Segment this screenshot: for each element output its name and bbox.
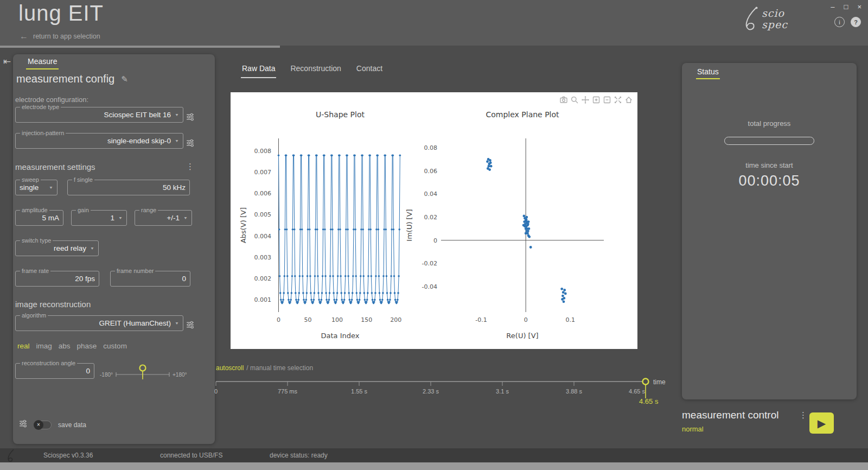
svg-text:50: 50 [304, 316, 312, 323]
view-tabs: Raw Data Reconstruction Contact [241, 64, 384, 78]
electrode-configuration-label: electrode configuration: [15, 96, 88, 104]
chevron-down-icon: ▼ [118, 216, 123, 220]
injection-settings-icon[interactable] [186, 138, 195, 150]
chevron-down-icon: ▼ [175, 139, 179, 143]
gain-dropdown[interactable]: gain 1 ▼ [71, 207, 127, 226]
tab-raw-data[interactable]: Raw Data [241, 64, 276, 78]
zoom-in-icon[interactable] [591, 95, 601, 104]
component-abs[interactable]: abs [59, 342, 71, 350]
svg-text:Complex Plane Plot: Complex Plane Plot [486, 110, 559, 119]
close-button[interactable]: × [857, 3, 861, 11]
reconstruction-angle-input[interactable]: reconstruction angle 0 [15, 360, 94, 379]
header-icons: i ? [834, 17, 861, 27]
svg-text:0.003: 0.003 [254, 254, 272, 261]
electrode-type-dropdown[interactable]: electrode type Sciospec EIT belt 16 ▼ [15, 104, 183, 123]
svg-text:0.006: 0.006 [254, 190, 272, 197]
svg-text:0: 0 [524, 316, 528, 323]
svg-text:150: 150 [361, 316, 372, 323]
measurement-control: measurement control ⋮ normal ▶ [682, 408, 857, 441]
start-measurement-button[interactable]: ▶ [809, 412, 834, 434]
info-icon[interactable]: i [834, 17, 845, 27]
horizontal-scrollbar[interactable] [0, 462, 868, 470]
app-title: lung EIT [18, 1, 104, 26]
zoom-icon[interactable] [570, 95, 579, 104]
manual-selection-option[interactable]: / manual time selection [246, 364, 313, 372]
measurement-settings-menu-icon[interactable]: ⋮ [186, 162, 194, 172]
svg-text:100: 100 [331, 316, 343, 323]
raw-data-plot-card: U-Shape Plot0.0010.0020.0030.0040.0050.0… [231, 92, 637, 349]
timeline-tick-0: 0 [214, 388, 218, 395]
timeline-handle[interactable] [643, 379, 649, 385]
save-data-label: save data [58, 421, 86, 429]
back-arrow-icon: ← [20, 31, 28, 41]
save-data-toggle[interactable]: × [34, 421, 52, 429]
reset-axes-icon[interactable] [624, 95, 633, 104]
status-bar: Sciospec v0.3.36 connected to USB/FS dev… [0, 448, 868, 462]
tab-reconstruction[interactable]: Reconstruction [289, 64, 342, 78]
component-custom[interactable]: custom [103, 342, 127, 350]
svg-text:0.002: 0.002 [254, 275, 272, 282]
plots-canvas[interactable]: U-Shape Plot0.0010.0020.0030.0040.0050.0… [231, 92, 637, 349]
svg-text:0.004: 0.004 [254, 233, 272, 240]
edit-pencil-icon[interactable]: ✎ [121, 74, 128, 84]
window-controls: – □ × [831, 3, 861, 11]
device-status: device status: ready [270, 452, 328, 459]
sweep-dropdown[interactable]: sweep single ▼ [15, 177, 58, 195]
frame-rate-input[interactable]: frame rate 20 fps [15, 268, 99, 287]
measurement-control-title: measurement control [682, 409, 778, 421]
elapsed-time-value: 00:00:05 [682, 173, 857, 189]
svg-text:-0.02: -0.02 [422, 260, 437, 267]
reconstruction-angle-slider[interactable]: -180° +180° [98, 361, 193, 384]
electrode-settings-icon[interactable] [186, 112, 195, 124]
switch-type-dropdown[interactable]: switch type reed relay ▼ [15, 238, 99, 256]
image-reconstruction-header: image reconstruction [15, 300, 194, 309]
save-data-settings-icon[interactable] [18, 419, 28, 430]
measurement-settings-header: measurement settings ⋮ [15, 162, 194, 172]
range-dropdown[interactable]: range +/-1 ▼ [135, 207, 192, 226]
help-icon[interactable]: ? [851, 17, 861, 27]
collapse-left-panel-icon[interactable]: ⇤ [3, 56, 11, 67]
component-imag[interactable]: imag [36, 342, 52, 350]
autoscale-icon[interactable] [613, 95, 622, 104]
injection-pattern-dropdown[interactable]: injection-pattern single-ended skip-0 ▼ [15, 130, 183, 149]
autoscroll-option[interactable]: autoscroll [216, 364, 244, 372]
frame-number-input[interactable]: frame number 0 [110, 268, 190, 287]
svg-text:-0.1: -0.1 [475, 316, 487, 323]
logo-line2: spec [762, 18, 788, 30]
timeline-slider[interactable]: 0 775 ms 1.55 s 2.33 s 3.1 s 3.88 s 4.65… [214, 377, 669, 402]
f-single-input[interactable]: f single 50 kHz [67, 177, 190, 195]
amplitude-input[interactable]: amplitude 5 mA [15, 207, 63, 226]
camera-icon[interactable] [559, 95, 568, 104]
measurement-mode-label[interactable]: normal [682, 425, 704, 433]
algorithm-dropdown[interactable]: algorithm GREIT (HumanChest) ▼ [15, 313, 183, 331]
tab-contact[interactable]: Contact [355, 64, 384, 78]
logo-line1: scio [762, 7, 784, 19]
svg-text:Re(U) [V]: Re(U) [V] [506, 332, 538, 340]
pan-icon[interactable] [580, 95, 590, 104]
time-axis-label: time [653, 378, 666, 386]
current-time-value: 4.65 s [639, 397, 658, 405]
measurement-config-title: measurement config ✎ [16, 73, 128, 85]
minimize-button[interactable]: – [831, 3, 834, 11]
svg-text:Im(U) [V]: Im(U) [V] [405, 209, 413, 241]
algorithm-settings-icon[interactable] [186, 320, 195, 332]
component-selector: real imag abs phase custom [17, 342, 127, 350]
maximize-button[interactable]: □ [844, 3, 848, 11]
timeline-tick-2: 1.55 s [351, 388, 367, 395]
chevron-down-icon: ▼ [175, 321, 179, 326]
angle-slider-handle[interactable] [140, 365, 146, 371]
app-header: lung EIT ← return to app selection scio … [0, 0, 868, 46]
back-to-app-selection-link[interactable]: ← return to app selection [20, 31, 100, 41]
measurement-control-menu-icon[interactable]: ⋮ [799, 410, 807, 420]
tab-measure[interactable]: Measure [26, 57, 59, 69]
svg-text:0.04: 0.04 [424, 190, 438, 198]
measure-panel: Measure measurement config ✎ electrode c… [13, 54, 215, 444]
component-phase[interactable]: phase [77, 342, 97, 350]
zoom-out-icon[interactable] [602, 95, 611, 104]
header-progress-line [0, 46, 280, 48]
back-label: return to app selection [33, 33, 100, 40]
svg-text:Data Index: Data Index [321, 332, 360, 340]
component-real[interactable]: real [17, 342, 30, 350]
app-version: Sciospec v0.3.36 [43, 452, 93, 459]
plot-modebar [559, 95, 633, 104]
